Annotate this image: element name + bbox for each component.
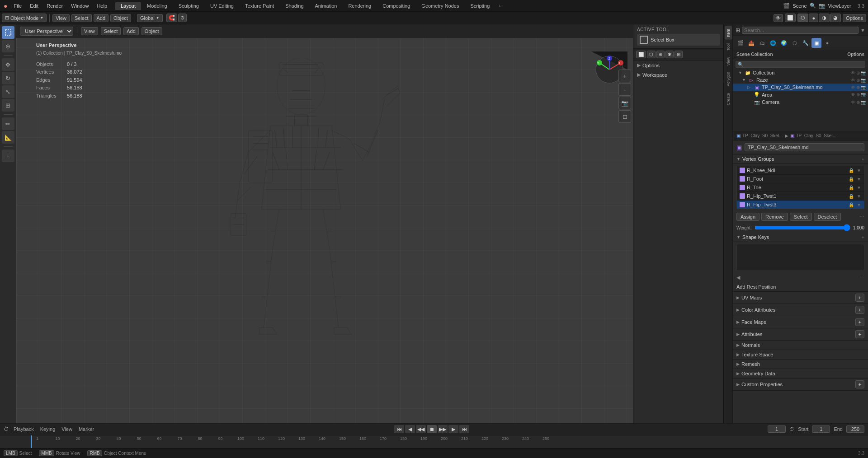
view-menu-timeline-button[interactable]: View <box>60 425 74 433</box>
play-button[interactable]: ▶▶ <box>438 425 448 433</box>
props-view-layer-icon[interactable]: 🗂 <box>757 38 767 48</box>
uv-maps-add-button[interactable]: + <box>855 294 864 302</box>
menu-help[interactable]: Help <box>93 2 111 9</box>
select-menu-button[interactable]: Select <box>71 14 92 22</box>
viewport-3d[interactable]: User Perspective View Select Add Object … <box>16 24 633 423</box>
scene-name-label[interactable]: Scene <box>793 3 807 9</box>
vg-item-4[interactable]: R_Hip_Twst3 🔒 ▼ <box>737 201 864 209</box>
rendered-shading-button[interactable]: ◕ <box>830 14 841 22</box>
snap-button[interactable]: 🧲 <box>166 14 177 22</box>
zoom-out-button[interactable]: - <box>618 83 631 96</box>
play-reverse-button[interactable]: ◀◀ <box>416 425 426 433</box>
vertex-groups-header[interactable]: ▼ Vertex Groups + <box>733 154 868 164</box>
tab-shading[interactable]: Shading <box>280 2 309 10</box>
geometry-data-section[interactable]: ▶ Geometry Data <box>733 369 868 379</box>
vg-item-2[interactable]: R_Toe 🔒 ▼ <box>737 183 864 192</box>
outliner-camera-item[interactable]: 📷 Camera 👁 ⊕ 📷 <box>733 98 868 106</box>
add-menu-vp[interactable]: Add <box>123 27 139 35</box>
vtab-polygon[interactable]: Polygon <box>725 69 732 89</box>
outliner-collection-item[interactable]: ▼ 📁 Collection 👁 ⊕ 📷 <box>733 69 868 76</box>
scale-tool[interactable]: ⤡ <box>2 85 14 98</box>
measure-tool[interactable]: 📐 <box>2 131 14 144</box>
shape-keys-prev-button[interactable]: ◀ <box>736 275 740 280</box>
workspace-row[interactable]: ▶ Workspace <box>633 70 723 79</box>
props-object-icon[interactable]: ⬡ <box>790 38 800 48</box>
add-menu-button[interactable]: Add <box>94 14 109 22</box>
vg-select-button[interactable]: Select <box>790 213 812 221</box>
vg-deselect-button[interactable]: Deselect <box>814 213 841 221</box>
camera-render-icon[interactable]: 📷 <box>861 100 866 105</box>
normals-section[interactable]: ▶ Normals <box>733 341 868 350</box>
object-menu-button[interactable]: Object <box>110 14 131 22</box>
select-box-button[interactable]: Select Box <box>637 34 720 46</box>
vtab-view[interactable]: View <box>725 54 732 68</box>
vis-select-icon[interactable]: ⊕ <box>856 70 860 75</box>
props-data-icon[interactable]: ▣ <box>811 38 821 48</box>
move-tool[interactable]: ✥ <box>2 58 14 71</box>
uv-maps-section[interactable]: ▶ UV Maps + <box>733 292 868 304</box>
custom-properties-section[interactable]: ▶ Custom Properties + <box>733 379 868 391</box>
vg-item-0[interactable]: R_Knee_Ndl 🔒 ▼ <box>737 166 864 175</box>
color-attributes-section[interactable]: ▶ Color Attributes + <box>733 304 868 316</box>
custom-properties-add-button[interactable]: + <box>855 380 864 388</box>
area-render-icon[interactable]: 📷 <box>861 92 866 97</box>
tab-animation[interactable]: Animation <box>310 2 343 10</box>
playback-menu-button[interactable]: Playback <box>12 425 36 433</box>
props-scene-props-icon[interactable]: 🌐 <box>768 38 778 48</box>
props-world-icon[interactable]: 🌍 <box>779 38 789 48</box>
shape-keys-options-button[interactable]: ⋯ <box>859 275 864 280</box>
tab-sculpting[interactable]: Sculpting <box>173 2 204 10</box>
vtab-create[interactable]: Create <box>725 90 732 108</box>
vtab-item[interactable]: Item <box>725 26 732 40</box>
tool-mode-btn-1[interactable]: ⬜ <box>636 51 646 58</box>
wireframe-shading-button[interactable]: ⬡ <box>797 14 808 22</box>
face-maps-add-button[interactable]: + <box>855 318 864 326</box>
texture-space-section[interactable]: ▶ Texture Space <box>733 350 868 360</box>
camera-select-icon[interactable]: ⊕ <box>856 100 860 105</box>
outliner-search-input[interactable] <box>736 61 865 68</box>
view-layer-label[interactable]: ViewLayer <box>828 3 851 9</box>
material-shading-button[interactable]: ◑ <box>819 14 830 22</box>
step-forward-button[interactable]: ▶ <box>448 425 458 433</box>
outliner-area-item[interactable]: 💡 Area 👁 ⊕ 📷 <box>733 91 868 98</box>
tab-geometry-nodes[interactable]: Geometry Nodes <box>416 2 464 10</box>
vg-assign-button[interactable]: Assign <box>736 213 760 221</box>
raze-eye-icon[interactable]: 👁 <box>851 78 855 83</box>
vg-item-1[interactable]: R_Foot 🔒 ▼ <box>737 175 864 183</box>
select-menu-vp[interactable]: Select <box>101 27 121 35</box>
vis-render-icon[interactable]: 📷 <box>861 70 866 75</box>
view-menu-button[interactable]: View <box>52 14 70 22</box>
global-dropdown-button[interactable]: Global ▼ <box>137 14 163 22</box>
tab-layout[interactable]: Layout <box>115 2 141 10</box>
menu-edit[interactable]: Edit <box>26 2 42 9</box>
jump-to-end-button[interactable]: ⏭ <box>459 425 469 433</box>
cursor-tool-button[interactable] <box>2 26 14 39</box>
shape-keys-header[interactable]: ▼ Shape Keys + <box>733 233 868 242</box>
mesh-name-input[interactable] <box>745 143 864 151</box>
xray-toggle-button[interactable]: ⬜ <box>785 14 796 22</box>
shape-keys-add-icon[interactable]: + <box>862 234 864 240</box>
step-back-button[interactable]: ◀ <box>405 425 415 433</box>
raze-select-icon[interactable]: ⊕ <box>856 78 860 83</box>
current-frame-input[interactable] <box>768 425 786 433</box>
cursor-tool[interactable]: ⊕ <box>2 40 14 52</box>
viewport-overlay-dropdown[interactable]: User Perspective <box>20 27 73 36</box>
camera-eye-icon[interactable]: 👁 <box>851 100 855 105</box>
add-tab-button[interactable]: + <box>495 2 504 9</box>
timeline-track[interactable]: 1 10 20 30 40 50 60 70 80 90 100 110 120… <box>0 435 868 448</box>
outliner-raze-item[interactable]: ▼ ▷ Raze 👁 ⊕ 📷 <box>733 76 868 84</box>
object-menu-vp[interactable]: Object <box>142 27 162 35</box>
tool-mode-btn-5[interactable]: ⊞ <box>675 51 683 58</box>
menu-render[interactable]: Render <box>43 2 66 9</box>
vg-more-options[interactable]: ⋯ <box>859 214 864 220</box>
camera-view-button[interactable]: 📷 <box>618 97 631 109</box>
props-output-icon[interactable]: 📤 <box>746 38 756 48</box>
remesh-section[interactable]: ▶ Remesh <box>733 360 868 369</box>
annotate-tool[interactable]: ✏ <box>2 117 14 130</box>
mesh-render-icon[interactable]: 📷 <box>861 85 866 90</box>
tool-mode-btn-2[interactable]: ⬡ <box>647 51 656 58</box>
add-rest-position-row[interactable]: Add Rest Position <box>733 282 868 292</box>
mesh-select-icon[interactable]: ⊕ <box>856 85 860 90</box>
tab-texture-paint[interactable]: Texture Paint <box>240 2 279 10</box>
proportional-edit-button[interactable]: ⊙ <box>178 14 187 22</box>
